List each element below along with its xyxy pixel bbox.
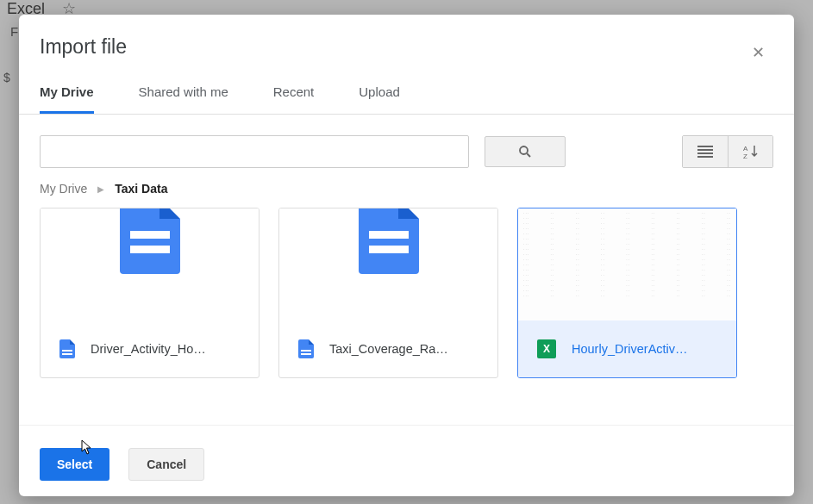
chevron-right-icon: ▶ [97, 184, 104, 194]
select-button[interactable]: Select [40, 448, 109, 481]
sort-button[interactable]: A Z [728, 136, 772, 167]
svg-text:Z: Z [743, 152, 747, 159]
breadcrumb: My Drive ▶ Taxi Data [19, 177, 794, 208]
cancel-button[interactable]: Cancel [128, 448, 204, 481]
svg-text:A: A [743, 145, 748, 152]
file-name: Driver_Activity_Ho… [91, 342, 240, 356]
file-card-sheet-selected[interactable]: /*rows rendered below via loop look*/ ··… [517, 208, 737, 378]
spreadsheet-thumbnail: /*rows rendered below via loop look*/ ··… [518, 208, 736, 320]
file-preview [279, 208, 497, 320]
tab-recent[interactable]: Recent [273, 84, 315, 114]
list-icon [697, 146, 713, 158]
tab-shared-with-me[interactable]: Shared with me [139, 84, 228, 114]
list-view-button[interactable] [683, 136, 728, 167]
bg-fragment-1: F [10, 24, 18, 39]
view-toggle-group: A Z [682, 135, 773, 168]
svg-rect-4 [697, 152, 713, 154]
sheet-type-icon: X [537, 339, 556, 358]
search-icon [517, 144, 533, 159]
breadcrumb-current[interactable]: Taxi Data [115, 182, 167, 196]
import-file-modal: Import file ✕ My Drive Shared with me Re… [19, 15, 794, 496]
doc-type-icon [298, 339, 314, 358]
file-name: Hourly_DriverActiv… [572, 342, 717, 356]
search-input[interactable] [40, 135, 469, 168]
file-name: Taxi_Coverage_Ra… [329, 342, 478, 356]
doc-icon [120, 208, 180, 274]
file-preview: /*rows rendered below via loop look*/ ··… [518, 208, 736, 320]
svg-rect-2 [697, 146, 713, 147]
bg-fragment-2: $ [3, 71, 10, 84]
svg-rect-5 [697, 156, 713, 158]
breadcrumb-root[interactable]: My Drive [40, 182, 87, 196]
close-button[interactable]: ✕ [747, 42, 770, 63]
svg-line-1 [527, 153, 530, 157]
doc-icon [359, 208, 419, 274]
tab-upload[interactable]: Upload [359, 84, 400, 114]
file-preview [41, 208, 259, 320]
svg-rect-3 [697, 149, 713, 151]
svg-point-0 [520, 146, 528, 154]
action-bar: Select Cancel [19, 425, 794, 496]
search-button[interactable] [485, 136, 566, 167]
source-tabs: My Drive Shared with me Recent Upload [19, 59, 794, 115]
sort-az-icon: A Z [743, 145, 759, 159]
tab-my-drive[interactable]: My Drive [40, 84, 94, 114]
modal-title: Import file [40, 35, 773, 59]
file-card-doc-2[interactable]: Taxi_Coverage_Ra… [278, 208, 498, 378]
file-grid: Driver_Activity_Ho… Taxi_Coverage_Ra… /*… [19, 208, 794, 416]
file-card-doc-1[interactable]: Driver_Activity_Ho… [40, 208, 260, 378]
doc-type-icon [59, 339, 75, 358]
